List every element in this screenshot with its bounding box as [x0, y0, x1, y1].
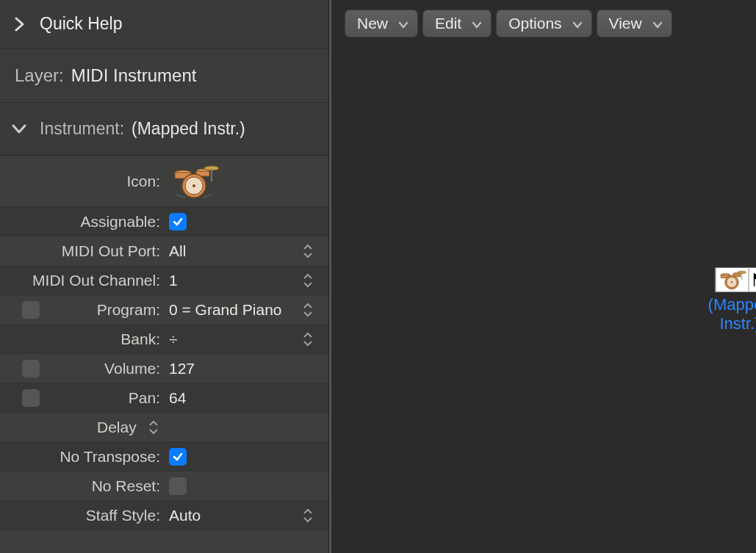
stepper-icon	[302, 330, 314, 348]
prop-pan-row: Pan: 64	[0, 383, 328, 413]
prop-midi-port-row: MIDI Out Port: All	[0, 236, 328, 266]
midi-out-port-value: All	[169, 242, 186, 260]
svg-line-9	[176, 195, 185, 198]
svg-line-10	[203, 195, 212, 198]
assignable-checkbox[interactable]	[169, 213, 187, 231]
prop-bank-label: Bank:	[0, 330, 166, 348]
prop-bank-row: Bank: ÷	[0, 325, 328, 354]
staff-style-value: Auto	[169, 507, 201, 524]
bank-value: ÷	[169, 330, 178, 348]
svg-point-6	[192, 184, 195, 187]
options-menu[interactable]: Options	[496, 10, 591, 37]
edit-menu-label: Edit	[435, 15, 461, 32]
instrument-row[interactable]: Instrument: (Mapped Instr.)	[0, 103, 328, 156]
volume-value: 127	[169, 360, 195, 377]
view-menu[interactable]: View	[597, 10, 672, 37]
prop-icon-value[interactable]	[166, 156, 321, 206]
prop-assignable-label: Assignable:	[0, 213, 166, 231]
chevron-down-icon	[472, 15, 482, 32]
prop-midi-channel-label: MIDI Out Channel:	[0, 272, 166, 289]
stepper-icon	[302, 272, 314, 289]
volume-field[interactable]: 127	[166, 354, 321, 383]
midi-out-channel-select[interactable]: 1	[166, 266, 321, 294]
new-menu-label: New	[357, 15, 388, 32]
prop-volume-row: Volume: 127	[0, 354, 328, 383]
volume-checkbox[interactable]	[22, 360, 40, 377]
quick-help-header[interactable]: Quick Help	[0, 0, 328, 48]
prop-midi-channel-row: MIDI Out Channel: 1	[0, 266, 328, 295]
options-menu-label: Options	[508, 15, 561, 32]
node-icons	[708, 267, 756, 292]
midi-out-channel-value: 1	[169, 272, 178, 289]
program-value: 0 = Grand Piano	[169, 301, 282, 319]
no-reset-checkbox[interactable]	[169, 477, 187, 495]
stepper-icon	[148, 419, 159, 435]
properties-list: Icon:	[0, 156, 328, 553]
instrument-value: (Mapped Instr.)	[132, 119, 245, 139]
new-menu[interactable]: New	[345, 10, 418, 37]
prop-program-row: Program: 0 = Grand Piano	[0, 295, 328, 325]
chevron-down-icon	[12, 124, 26, 134]
prop-assignable-row: Assignable:	[0, 207, 328, 236]
staff-style-select[interactable]: Auto	[166, 501, 321, 529]
prop-staff-style-row: Staff Style: Auto	[0, 501, 328, 530]
prop-no-reset-label: No Reset:	[0, 477, 166, 495]
drumkit-icon	[716, 267, 749, 292]
layer-label: Layer:	[15, 65, 64, 86]
layer-value: MIDI Instrument	[71, 65, 197, 86]
flag-icon	[749, 267, 756, 292]
environment-panel: New Edit Options View	[329, 0, 756, 553]
prop-staff-style-label: Staff Style:	[0, 507, 166, 524]
bank-select[interactable]: ÷	[166, 325, 321, 353]
chevron-right-icon	[12, 17, 26, 32]
instrument-label: Instrument:	[40, 119, 124, 139]
prop-delay-label: Delay	[0, 419, 143, 436]
mapped-instrument-node[interactable]: (Mapped Instr.)	[708, 267, 756, 333]
stepper-icon	[302, 242, 314, 260]
prop-no-reset-row: No Reset:	[0, 471, 328, 501]
prop-icon-row: Icon:	[0, 156, 328, 207]
chevron-down-icon	[652, 15, 663, 32]
stepper-icon	[302, 301, 314, 319]
prop-no-transpose-label: No Transpose:	[0, 448, 166, 466]
toolbar: New Edit Options View	[331, 0, 756, 47]
prop-icon-label: Icon:	[0, 173, 166, 190]
layer-row: Layer: MIDI Instrument	[0, 48, 328, 103]
quick-help-title: Quick Help	[40, 14, 122, 34]
node-label: (Mapped Instr.)	[708, 295, 756, 333]
prop-delay-row[interactable]: Delay	[0, 413, 328, 442]
pan-value: 64	[169, 389, 186, 407]
chevron-down-icon	[398, 15, 408, 32]
chevron-down-icon	[572, 15, 583, 32]
svg-point-17	[731, 281, 732, 283]
program-select[interactable]: 0 = Grand Piano	[166, 295, 321, 324]
midi-out-port-select[interactable]: All	[166, 236, 321, 265]
program-checkbox[interactable]	[22, 301, 40, 319]
inspector-panel: Quick Help Layer: MIDI Instrument Instru…	[0, 0, 329, 553]
prop-midi-port-label: MIDI Out Port:	[0, 242, 166, 260]
edit-menu[interactable]: Edit	[422, 10, 492, 37]
stepper-icon	[302, 507, 314, 524]
pan-checkbox[interactable]	[22, 389, 40, 407]
view-menu-label: View	[609, 15, 642, 32]
pan-field[interactable]: 64	[166, 383, 321, 412]
no-transpose-checkbox[interactable]	[169, 448, 187, 466]
environment-canvas[interactable]: (Mapped Instr.)	[331, 47, 756, 553]
drumkit-icon	[169, 164, 220, 199]
prop-no-transpose-row: No Transpose:	[0, 442, 328, 471]
